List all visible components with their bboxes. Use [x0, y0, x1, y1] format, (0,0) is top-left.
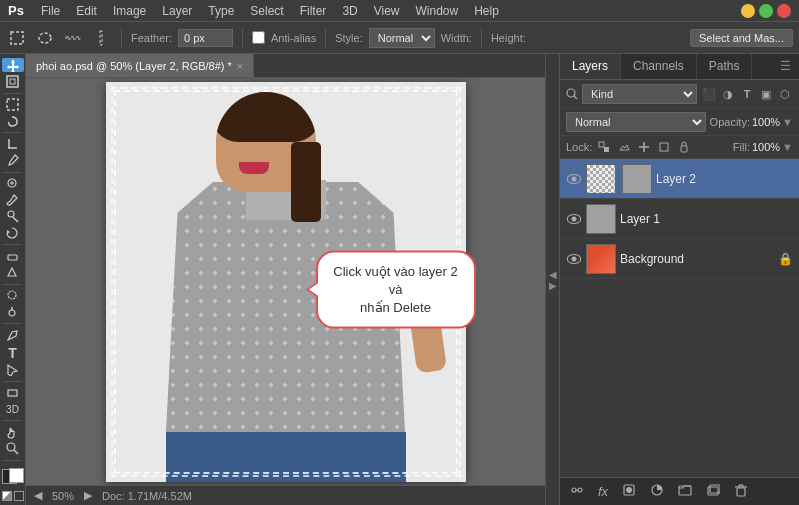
antialias-checkbox[interactable]	[252, 31, 265, 44]
tool-crop[interactable]	[2, 137, 24, 151]
menu-window[interactable]: Window	[409, 2, 466, 20]
lock-artboard-icon[interactable]	[656, 139, 672, 155]
delete-layer-button[interactable]	[730, 481, 752, 502]
tab-channels[interactable]: Channels	[621, 54, 697, 79]
fill-chevron[interactable]: ▼	[782, 141, 793, 153]
tool-heal[interactable]	[2, 177, 24, 191]
opacity-chevron[interactable]: ▼	[782, 116, 793, 128]
add-adjustment-button[interactable]	[646, 481, 668, 502]
blend-mode-select[interactable]: Normal	[566, 112, 706, 132]
tool-blur[interactable]	[2, 289, 24, 303]
tool-dodge[interactable]	[2, 305, 24, 319]
tool-clone[interactable]	[2, 209, 24, 223]
layer-item[interactable]: Layer 2	[560, 159, 799, 199]
tab-close-button[interactable]: ×	[237, 60, 243, 72]
tool-lasso[interactable]	[2, 114, 24, 128]
color-swatches[interactable]	[2, 469, 24, 483]
tool-text[interactable]: T	[2, 345, 24, 361]
panel-collapse-strip[interactable]: ◀▶	[545, 54, 559, 505]
menu-image[interactable]: Image	[106, 2, 153, 20]
menu-filter[interactable]: Filter	[293, 2, 334, 20]
style-select[interactable]: Normal	[369, 28, 435, 48]
panel-body: Kind ⬛ ◑ T ▣ ⬡ Normal O	[560, 80, 799, 477]
tool-rect-select[interactable]	[6, 27, 28, 49]
layer-item[interactable]: Layer 1	[560, 199, 799, 239]
menu-view[interactable]: View	[367, 2, 407, 20]
svg-rect-6	[10, 79, 15, 84]
layer-item[interactable]: Background 🔒	[560, 239, 799, 279]
status-arrows-left[interactable]: ◀	[34, 489, 42, 502]
kind-adjust-icon[interactable]: ◑	[720, 86, 736, 102]
lock-all-icon[interactable]	[676, 139, 692, 155]
tool-brush[interactable]	[2, 193, 24, 207]
toolbar-sep-2	[4, 132, 22, 133]
tool-move[interactable]	[2, 58, 24, 72]
tool-pen[interactable]	[2, 328, 24, 342]
maximize-button[interactable]	[759, 4, 773, 18]
svg-rect-2	[66, 37, 80, 39]
svg-point-23	[567, 89, 575, 97]
link-layers-button[interactable]	[566, 481, 588, 502]
tool-path-select[interactable]	[2, 363, 24, 377]
kind-pixel-icon[interactable]: ⬛	[701, 86, 717, 102]
lock-image-icon[interactable]	[616, 139, 632, 155]
status-arrows-right[interactable]: ▶	[84, 489, 92, 502]
background-color[interactable]	[9, 468, 24, 483]
toolbar-sep-5	[4, 284, 22, 285]
tool-ellipse-select[interactable]	[34, 27, 56, 49]
menu-file[interactable]: File	[34, 2, 67, 20]
kind-select[interactable]: Kind	[582, 84, 697, 104]
menu-edit[interactable]: Edit	[69, 2, 104, 20]
quick-mask-mode[interactable]	[2, 491, 12, 501]
kind-text-icon[interactable]: T	[739, 86, 755, 102]
separator-2	[242, 28, 243, 48]
kind-shape-icon[interactable]: ▣	[758, 86, 774, 102]
minimize-button[interactable]	[741, 4, 755, 18]
tool-single-col[interactable]	[90, 27, 112, 49]
layer-visibility-toggle[interactable]	[566, 251, 582, 267]
person-jeans	[166, 432, 406, 482]
add-mask-button[interactable]	[618, 481, 640, 502]
kind-icons: ⬛ ◑ T ▣ ⬡	[701, 86, 793, 102]
select-and-mask-button[interactable]: Select and Mas...	[690, 29, 793, 47]
screen-mode[interactable]	[14, 491, 24, 501]
opacity-value[interactable]: 100%	[752, 116, 780, 128]
tab-paths[interactable]: Paths	[697, 54, 753, 79]
tool-marquee[interactable]	[2, 98, 24, 112]
lock-transparent-icon[interactable]	[596, 139, 612, 155]
toolbar-sep-6	[4, 323, 22, 324]
tool-artboard[interactable]	[2, 74, 24, 88]
feather-input[interactable]	[178, 29, 233, 47]
menu-3d[interactable]: 3D	[335, 2, 364, 20]
tool-eyedropper[interactable]	[2, 154, 24, 168]
layer-visibility-toggle[interactable]	[566, 211, 582, 227]
tab-layers[interactable]: Layers	[560, 54, 621, 79]
lock-position-icon[interactable]	[636, 139, 652, 155]
close-button[interactable]	[777, 4, 791, 18]
tool-3d[interactable]: 3D	[2, 402, 24, 416]
tool-zoom[interactable]	[2, 442, 24, 456]
fill-value[interactable]: 100%	[752, 141, 780, 153]
svg-point-31	[572, 488, 576, 492]
tool-single-row[interactable]	[62, 27, 84, 49]
add-style-button[interactable]: fx	[594, 482, 612, 501]
blend-row: Normal Opacity: 100% ▼	[560, 109, 799, 136]
tool-rectangle[interactable]	[2, 386, 24, 400]
opacity-label: Opacity:	[710, 116, 750, 128]
tool-eraser[interactable]	[2, 249, 24, 263]
layer-visibility-toggle[interactable]	[566, 171, 582, 187]
menu-type[interactable]: Type	[201, 2, 241, 20]
add-layer-button[interactable]	[702, 481, 724, 502]
panel-menu-button[interactable]: ☰	[772, 54, 799, 79]
menu-help[interactable]: Help	[467, 2, 506, 20]
document-tab[interactable]: phoi ao.psd @ 50% (Layer 2, RGB/8#) * ×	[26, 54, 254, 77]
tool-hand[interactable]	[2, 425, 24, 439]
tool-history[interactable]	[2, 226, 24, 240]
kind-smart-icon[interactable]: ⬡	[777, 86, 793, 102]
svg-point-32	[578, 488, 582, 492]
callout-bubble: Click vuột vào layer 2 vànhấn Delete	[316, 250, 476, 329]
tool-fill[interactable]	[2, 265, 24, 279]
add-group-button[interactable]	[674, 481, 696, 502]
menu-select[interactable]: Select	[243, 2, 290, 20]
menu-layer[interactable]: Layer	[155, 2, 199, 20]
